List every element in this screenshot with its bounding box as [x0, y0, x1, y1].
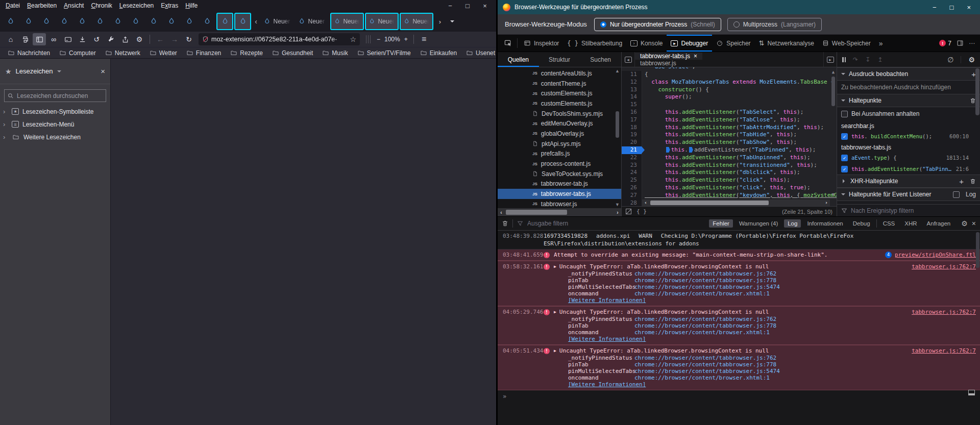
- scrollbar-thumb[interactable]: [976, 232, 979, 268]
- file-tree-item[interactable]: JSglobalOverlay.js: [498, 129, 621, 139]
- chevron-down-icon[interactable]: [57, 70, 61, 74]
- editor-horizontal-scrollbar[interactable]: ‹›: [642, 199, 830, 206]
- code-line[interactable]: 17 this.addEventListener("TabClose", thi…: [622, 116, 837, 124]
- console-filter-css[interactable]: CSS: [879, 219, 899, 228]
- pause-on-exceptions-row[interactable]: Bei Ausnahmen anhalten: [837, 107, 980, 120]
- code-line[interactable]: 22 this.addEventListener("TabUnpinned", …: [622, 154, 837, 162]
- step-in-icon[interactable]: ↧: [865, 56, 870, 63]
- code-editor[interactable]: "use strict";11{12 class MozTabbrowserTa…: [622, 67, 837, 206]
- event-filter-input[interactable]: [851, 207, 976, 214]
- breakpoints-header[interactable]: Haltepunkte: [837, 94, 980, 107]
- file-tree-item[interactable]: JScustomElements.js: [498, 98, 621, 109]
- browser-tab[interactable]: [91, 13, 108, 30]
- code-line[interactable]: 16 this.addEventListener("TabSelect", th…: [622, 109, 837, 116]
- expand-caret-icon[interactable]: ▶: [554, 264, 556, 269]
- close-console-icon[interactable]: ×: [972, 219, 976, 228]
- bookmark-folder[interactable]: Finanzen: [183, 48, 225, 58]
- console-message-error[interactable]: 03:58:32.161!▶Uncaught TypeError: aTab.l…: [498, 261, 980, 306]
- gutter-line-number[interactable]: 27: [622, 192, 642, 199]
- browser-tab[interactable]: [74, 13, 90, 30]
- browser-tab[interactable]: [163, 13, 180, 30]
- console-filter-debug[interactable]: Debug: [849, 219, 874, 228]
- browser-tab[interactable]: [127, 13, 144, 30]
- bookmark-folder[interactable]: Serien/TV/Filme: [354, 48, 414, 58]
- stack-frame-link[interactable]: chrome://browser/content/browser.xhtml:1: [634, 329, 770, 336]
- browser-tab[interactable]: Neuer Tab: [296, 13, 329, 30]
- bookmark-folder[interactable]: Gesundheit: [268, 48, 316, 58]
- browser-tab[interactable]: [56, 13, 72, 30]
- tool-tab-konsole[interactable]: ›Konsole: [626, 35, 667, 52]
- bookmark-folder[interactable]: Netzwerk: [102, 48, 144, 58]
- wrench-icon[interactable]: [104, 33, 117, 45]
- bookmark-folder[interactable]: Musik: [318, 48, 351, 58]
- code-line[interactable]: 27 this.addEventListener("keydown", this…: [622, 192, 837, 199]
- code-line[interactable]: 12 class MozTabbrowserTabs extends MozEl…: [622, 79, 837, 86]
- stack-frame-link[interactable]: chrome://browser/content/browser.xhtml:1: [634, 374, 770, 381]
- pick-element-icon[interactable]: [501, 35, 515, 52]
- code-line[interactable]: 18 this.addEventListener("TabAttrModifie…: [622, 124, 837, 132]
- scroll-right-icon[interactable]: ›: [614, 210, 621, 215]
- browser-tab[interactable]: [109, 13, 126, 30]
- message-source-link[interactable]: tabbrowser.js:762:7: [912, 263, 976, 270]
- gutter-line-number[interactable]: 11: [622, 71, 642, 79]
- bookmark-folder[interactable]: Wetter: [146, 48, 181, 58]
- console-filter-informationen[interactable]: Informationen: [803, 219, 846, 228]
- file-tree-item[interactable]: JSeditMenuOverlay.js: [498, 118, 621, 129]
- file-tree-item[interactable]: JScontentTheme.js: [498, 79, 621, 89]
- pretty-print-icon[interactable]: { }: [636, 208, 647, 215]
- code-line[interactable]: 24 this.addEventListener("dblclick", thi…: [622, 169, 837, 177]
- gutter-line-number[interactable]: 25: [622, 177, 642, 184]
- breakpoint-entry[interactable]: ✓this._buildContextMenu();600:10: [837, 131, 980, 142]
- breakpoint-file-group[interactable]: tabbrowser-tabs.js: [837, 142, 980, 152]
- zoom-out-icon[interactable]: −: [377, 36, 380, 43]
- browser-tab[interactable]: [199, 13, 215, 30]
- sources-tab-struktur[interactable]: Struktur: [539, 52, 580, 67]
- bookmark-folder[interactable]: Nachrichten: [4, 48, 54, 58]
- console-settings-gear-icon[interactable]: ⚙: [961, 219, 968, 228]
- breakpoint-entry[interactable]: ✓aEvent.type) {1813:14: [837, 152, 980, 163]
- tool-tab-stilbearbeitung[interactable]: { }Stilbearbeitung: [563, 35, 626, 52]
- expander-icon[interactable]: ›: [3, 133, 8, 141]
- sources-tab-suchen[interactable]: Suchen: [580, 52, 621, 67]
- expander-icon[interactable]: ›: [3, 108, 8, 115]
- printer-icon[interactable]: [18, 33, 32, 45]
- expand-caret-icon[interactable]: ▶: [554, 348, 556, 353]
- blackbox-source-icon[interactable]: [626, 209, 631, 214]
- browser-tab[interactable]: [145, 13, 162, 30]
- forward-icon[interactable]: →: [168, 33, 181, 45]
- pause-icon[interactable]: [842, 57, 846, 62]
- log-checkbox-icon[interactable]: [953, 191, 960, 198]
- browser-tab[interactable]: [2, 13, 19, 30]
- stack-frame-link[interactable]: chrome://browser/content/tabbrowser.js:7…: [634, 316, 776, 322]
- bookmark-folder[interactable]: Usenet: [462, 48, 499, 58]
- dock-icon[interactable]: [957, 40, 964, 46]
- scroll-tabs-right-icon[interactable]: ›: [434, 15, 446, 28]
- clear-console-icon[interactable]: [502, 220, 508, 227]
- column-breakpoint-marker[interactable]: [689, 147, 693, 153]
- menu-lesezeichen[interactable]: Lesezeichen: [116, 1, 157, 11]
- browser-tab-multiselected[interactable]: [234, 13, 251, 30]
- stack-frame-link[interactable]: chrome://browser/content/tabbrowser.js:7…: [634, 270, 776, 277]
- browser-tab-multiselected[interactable]: Neuer Tab: [330, 13, 364, 30]
- browser-tab-multiselected[interactable]: Neuer Tab: [365, 13, 399, 30]
- file-tree-item[interactable]: pktApi.sys.mjs: [498, 139, 621, 149]
- collapse-right-panel-icon[interactable]: ▸: [823, 52, 837, 67]
- add-xhr-breakpoint-icon[interactable]: +: [959, 177, 964, 186]
- shield-icon[interactable]: [202, 36, 209, 43]
- stack-frame-link[interactable]: chrome://browser/content/browser.xhtml:1: [634, 290, 770, 297]
- containers-icon[interactable]: ∞: [47, 33, 60, 45]
- gutter-line-number[interactable]: 14: [622, 93, 642, 101]
- file-tree-item[interactable]: JStabbrowser.js: [498, 199, 621, 208]
- close-tab-icon[interactable]: ×: [694, 53, 697, 60]
- breakpoint-checkbox-icon[interactable]: ✓: [841, 133, 848, 140]
- tree-vertical-scrollbar[interactable]: ▲▼: [614, 67, 621, 208]
- menu-datei[interactable]: Datei: [2, 1, 23, 11]
- scrollbar-thumb[interactable]: [975, 68, 979, 115]
- sidebar-item[interactable]: ›≡Lesezeichen-Menü: [0, 118, 110, 131]
- mode-option[interactable]: Nur übergeordneter Prozess (Schnell): [594, 18, 721, 31]
- browser-tab[interactable]: [20, 13, 37, 30]
- editor-file-tab[interactable]: tabbrowser-tabs.js×: [635, 53, 702, 60]
- breakpoint-gutter[interactable]: 21: [622, 146, 642, 154]
- code-line[interactable]: 23 this.addEventListener("transitionend"…: [622, 162, 837, 169]
- close-sidebar-icon[interactable]: ×: [101, 67, 105, 76]
